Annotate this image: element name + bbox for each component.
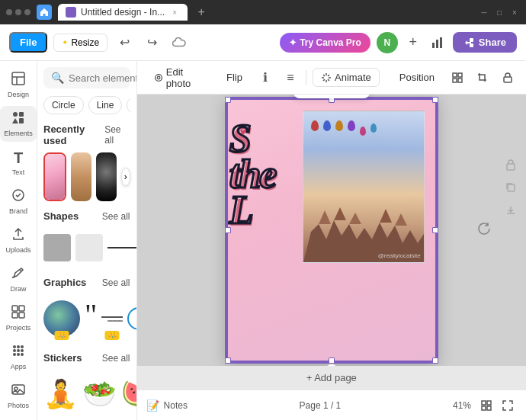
position-button[interactable]: Position	[392, 69, 442, 86]
sidebar-item-projects[interactable]: Projects	[0, 300, 37, 336]
search-input[interactable]	[69, 72, 137, 84]
undo-button[interactable]: ↩	[114, 32, 135, 53]
recent-item-2[interactable]	[71, 152, 91, 201]
svg-marker-10	[12, 118, 18, 123]
edit-photo-button[interactable]: Edit photo	[146, 63, 213, 92]
filter-circle-button[interactable]: Circle	[43, 96, 84, 114]
balloon-red	[311, 120, 319, 131]
redo-button[interactable]: ↪	[141, 32, 162, 53]
home-icon[interactable]	[37, 5, 52, 20]
file-menu-button[interactable]: File	[9, 32, 47, 53]
svg-rect-1	[436, 40, 438, 48]
lock-icon[interactable]	[498, 67, 517, 88]
inner-photo[interactable]: @reallylocalsite	[303, 111, 425, 263]
design-canvas[interactable]: 🗑 ··· ↻	[225, 97, 438, 364]
minimize-button[interactable]: ─	[479, 7, 489, 18]
fullscreen-icon[interactable]	[499, 396, 517, 415]
sidebar-item-uploads[interactable]: Uploads	[0, 223, 37, 258]
maximize-button[interactable]: □	[494, 7, 505, 18]
sticker-person[interactable]: 🧘	[43, 370, 78, 418]
shape-line-arrow[interactable]: ▶	[107, 228, 137, 268]
grid-view-icon[interactable]	[477, 396, 496, 415]
sidebar-item-photos[interactable]: Photos	[0, 378, 37, 414]
graphics-title: Graphics	[43, 277, 86, 288]
apps-icon	[11, 344, 25, 361]
sticker-watermelon[interactable]: 🍉	[121, 370, 137, 418]
graphic-gradient-circle[interactable]: 👑	[43, 294, 80, 343]
sidebar-item-brand[interactable]: Brand	[0, 184, 37, 220]
recent-item-1[interactable]	[43, 152, 66, 201]
info-icon[interactable]: ℹ	[256, 67, 275, 88]
filter-line-button[interactable]: Line	[88, 96, 123, 114]
try-canva-pro-button[interactable]: ✦ Try Canva Pro	[280, 33, 370, 53]
watermark: @reallylocalsite	[378, 252, 421, 259]
duplicate-canvas-icon[interactable]	[502, 178, 520, 197]
download-canvas-icon[interactable]	[502, 201, 520, 220]
graphic-quote-marks[interactable]: "	[85, 294, 97, 343]
search-bar[interactable]: 🔍	[43, 67, 130, 88]
lock-canvas-icon[interactable]	[502, 155, 520, 174]
filter-square-button[interactable]: Square	[127, 96, 130, 114]
share-button[interactable]: Share	[453, 32, 517, 53]
crop-icon[interactable]	[473, 67, 492, 88]
menu-icon[interactable]: ≡	[281, 67, 300, 88]
svg-point-23	[21, 349, 24, 352]
resize-button[interactable]: ✦ Resize	[53, 34, 107, 52]
delete-button[interactable]: 🗑	[321, 95, 342, 95]
group-button[interactable]	[297, 95, 318, 95]
shape-dark-square[interactable]	[43, 228, 71, 268]
close-button[interactable]: ×	[509, 7, 520, 18]
sidebar-item-apps[interactable]: Apps	[0, 339, 37, 375]
graphic-swirl[interactable]: ›	[127, 294, 136, 343]
titlebar-tab[interactable]: Untitled design - In... ×	[58, 4, 188, 21]
graphics-see-all[interactable]: See all	[102, 277, 130, 288]
stickers-title: Stickers	[43, 352, 82, 364]
heart-icon: ♥	[240, 126, 246, 138]
analytics-icon[interactable]	[428, 34, 447, 52]
user-avatar[interactable]: N	[377, 32, 398, 53]
svg-rect-37	[508, 184, 515, 191]
sidebar-item-elements[interactable]: Elements	[0, 106, 37, 142]
svg-point-24	[13, 353, 16, 356]
flip-button[interactable]: Flip	[219, 69, 250, 86]
window-controls: ─ □ ×	[479, 7, 520, 18]
add-page-button[interactable]: + Add page	[137, 366, 526, 390]
animate-button[interactable]: Animate	[313, 68, 380, 87]
grid-icon[interactable]	[448, 67, 467, 88]
svg-point-30	[157, 76, 159, 79]
shapes-row: ▶ ›	[43, 228, 130, 268]
tab-close-button[interactable]: ×	[169, 7, 180, 18]
new-tab-button[interactable]: +	[194, 5, 209, 20]
svg-rect-50	[482, 406, 486, 410]
add-team-button[interactable]: +	[404, 34, 422, 52]
text-label: Text	[12, 168, 25, 176]
recent-item-3[interactable]	[96, 152, 117, 201]
recently-used-see-all[interactable]: See all	[104, 124, 130, 146]
svg-rect-17	[19, 313, 24, 318]
svg-point-8	[13, 112, 18, 117]
shapes-see-all[interactable]: See all	[102, 211, 130, 222]
sidebar-item-design[interactable]: Design	[0, 67, 37, 103]
canvas-wrapper[interactable]: 🗑 ··· ↻	[137, 95, 526, 366]
svg-point-29	[155, 74, 162, 81]
recently-used-next-button[interactable]: ›	[121, 168, 130, 186]
try-canva-label: Try Canva Pro	[300, 37, 361, 48]
balloon-pink	[360, 127, 366, 136]
photos-label: Photos	[8, 402, 29, 409]
sidebar-item-text[interactable]: T Text	[0, 145, 37, 181]
edit-photo-label: Edit photo	[166, 66, 205, 89]
notes-label[interactable]: Notes	[164, 400, 188, 411]
text-overlay-script[interactable]: StheL	[229, 121, 275, 228]
projects-label: Projects	[6, 324, 31, 332]
elements-label: Elements	[4, 130, 33, 137]
shape-light-square[interactable]	[75, 228, 103, 268]
more-options-button[interactable]: ···	[345, 95, 367, 95]
sidebar-item-draw[interactable]: Draw	[0, 261, 37, 297]
stickers-see-all[interactable]: See all	[102, 353, 130, 364]
graphics-row: 👑 " 👑 ›	[43, 294, 130, 343]
svg-rect-4	[470, 43, 473, 47]
sticker-salad-emoji: 🥗	[82, 378, 117, 410]
sticker-salad[interactable]: 🥗	[82, 370, 117, 418]
graphic-text-lines[interactable]: 👑	[101, 294, 123, 343]
canvas-refresh-button[interactable]	[476, 220, 492, 240]
